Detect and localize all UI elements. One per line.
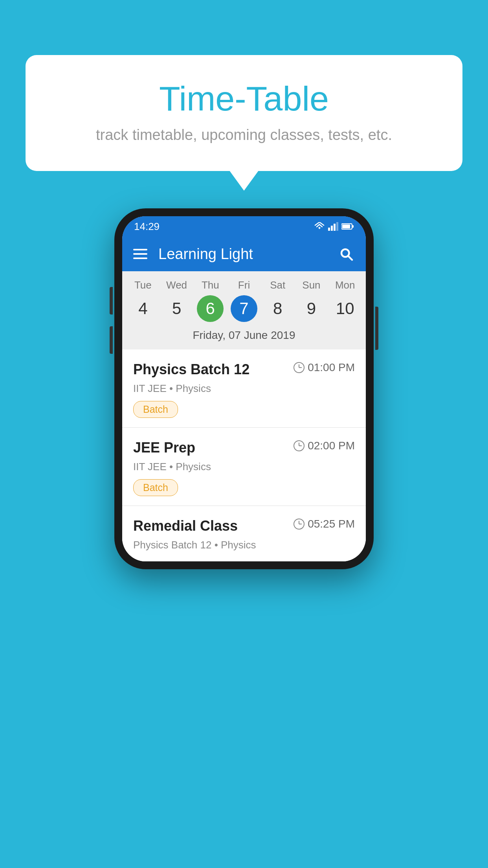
calendar-day-wed[interactable]: Wed 5 <box>160 279 194 322</box>
power-button <box>375 307 378 350</box>
schedule-item-jee-prep[interactable]: JEE Prep 02:00 PM IIT JEE • Physics Batc… <box>122 428 366 506</box>
batch-badge-2: Batch <box>133 479 178 496</box>
svg-rect-2 <box>334 224 336 231</box>
schedule-subtitle-3: Physics Batch 12 • Physics <box>133 539 355 551</box>
battery-icon <box>341 223 354 230</box>
speech-bubble: Time-Table track timetable, upcoming cla… <box>26 55 462 171</box>
svg-rect-1 <box>331 226 333 231</box>
schedule-item-top-3: Remedial Class 05:25 PM <box>133 518 355 534</box>
phone-screen: 14:29 <box>122 216 366 561</box>
calendar-day-tue[interactable]: Tue 4 <box>126 279 160 322</box>
schedule-item-top-1: Physics Batch 12 01:00 PM <box>133 361 355 378</box>
svg-rect-3 <box>336 222 338 231</box>
schedule-list: Physics Batch 12 01:00 PM IIT JEE • Phys… <box>122 349 366 561</box>
app-header: Learning Light <box>122 237 366 271</box>
selected-date-label: Friday, 07 June 2019 <box>122 322 366 349</box>
time-label-3: 05:25 PM <box>308 518 355 530</box>
calendar-day-fri[interactable]: Fri 7 <box>227 279 261 322</box>
schedule-subtitle-1: IIT JEE • Physics <box>133 383 355 395</box>
schedule-item-physics-batch[interactable]: Physics Batch 12 01:00 PM IIT JEE • Phys… <box>122 349 366 428</box>
calendar-day-sat[interactable]: Sat 8 <box>261 279 295 322</box>
schedule-time-3: 05:25 PM <box>294 518 355 530</box>
calendar-day-thu[interactable]: Thu 6 <box>193 279 227 322</box>
bubble-subtitle: track timetable, upcoming classes, tests… <box>57 127 431 143</box>
schedule-title-2: JEE Prep <box>133 440 195 456</box>
svg-line-8 <box>348 256 352 260</box>
signal-icon <box>328 222 338 231</box>
schedule-item-top-2: JEE Prep 02:00 PM <box>133 440 355 456</box>
schedule-title-1: Physics Batch 12 <box>133 361 250 378</box>
volume-up-button <box>110 287 113 314</box>
time-label-1: 01:00 PM <box>308 361 355 374</box>
calendar-strip: Tue 4 Wed 5 Thu 6 Fri 7 <box>122 271 366 349</box>
time-label-2: 02:00 PM <box>308 440 355 452</box>
search-button[interactable] <box>338 245 355 263</box>
calendar-day-sun[interactable]: Sun 9 <box>295 279 328 322</box>
hamburger-menu-button[interactable] <box>133 249 147 259</box>
clock-icon-3 <box>294 519 305 530</box>
speech-bubble-container: Time-Table track timetable, upcoming cla… <box>26 55 462 171</box>
bubble-title: Time-Table <box>57 79 431 119</box>
search-icon <box>339 247 353 261</box>
svg-rect-0 <box>328 228 330 231</box>
schedule-item-remedial[interactable]: Remedial Class 05:25 PM Physics Batch 12… <box>122 506 366 561</box>
schedule-time-1: 01:00 PM <box>294 361 355 374</box>
phone-mockup: 14:29 <box>114 208 374 569</box>
status-icons <box>314 222 354 231</box>
clock-icon-2 <box>294 440 305 451</box>
wifi-icon <box>314 222 325 231</box>
status-bar: 14:29 <box>122 216 366 237</box>
phone-frame: 14:29 <box>114 208 374 569</box>
app-title: Learning Light <box>158 246 338 263</box>
calendar-day-mon[interactable]: Mon 10 <box>328 279 362 322</box>
schedule-title-3: Remedial Class <box>133 518 238 534</box>
schedule-subtitle-2: IIT JEE • Physics <box>133 461 355 473</box>
svg-rect-6 <box>342 224 350 228</box>
batch-badge-1: Batch <box>133 401 178 418</box>
calendar-days-row: Tue 4 Wed 5 Thu 6 Fri 7 <box>122 279 366 322</box>
schedule-time-2: 02:00 PM <box>294 440 355 452</box>
status-time: 14:29 <box>134 221 160 233</box>
volume-down-button <box>110 326 113 354</box>
svg-rect-5 <box>352 225 354 228</box>
clock-icon-1 <box>294 362 305 373</box>
